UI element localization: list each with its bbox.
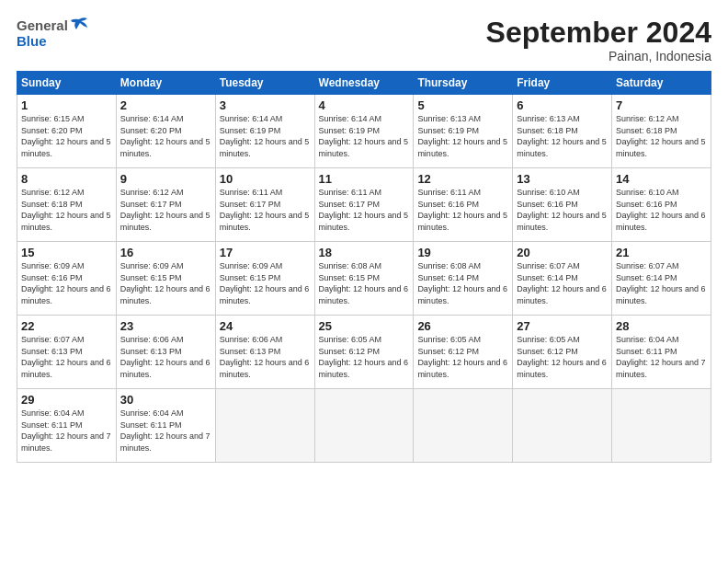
day-number: 6 xyxy=(517,98,608,112)
calendar-cell: 13 Sunrise: 6:10 AM Sunset: 6:16 PM Dayl… xyxy=(513,168,612,242)
day-number: 16 xyxy=(120,246,211,259)
day-info: Sunrise: 6:13 AM Sunset: 6:18 PM Dayligh… xyxy=(517,113,608,159)
day-info: Sunrise: 6:13 AM Sunset: 6:19 PM Dayligh… xyxy=(417,113,508,159)
logo: General Blue xyxy=(17,17,89,50)
calendar-cell xyxy=(414,389,513,463)
header: General Blue September 2024 Painan, Indo… xyxy=(17,17,711,63)
day-info: Sunrise: 6:04 AM Sunset: 6:11 PM Dayligh… xyxy=(616,334,707,380)
calendar-cell: 23 Sunrise: 6:06 AM Sunset: 6:13 PM Dayl… xyxy=(116,316,215,389)
day-info: Sunrise: 6:09 AM Sunset: 6:16 PM Dayligh… xyxy=(21,260,112,306)
day-number: 11 xyxy=(319,172,410,186)
day-info: Sunrise: 6:09 AM Sunset: 6:15 PM Dayligh… xyxy=(220,260,311,306)
day-info: Sunrise: 6:12 AM Sunset: 6:17 PM Dayligh… xyxy=(120,187,211,233)
calendar-cell: 29 Sunrise: 6:04 AM Sunset: 6:11 PM Dayl… xyxy=(17,389,117,463)
calendar-cell: 11 Sunrise: 6:11 AM Sunset: 6:17 PM Dayl… xyxy=(314,168,414,242)
day-info: Sunrise: 6:07 AM Sunset: 6:13 PM Dayligh… xyxy=(21,334,112,380)
day-info: Sunrise: 6:12 AM Sunset: 6:18 PM Dayligh… xyxy=(616,113,707,159)
logo-blue-text: Blue xyxy=(17,33,47,49)
calendar-cell: 17 Sunrise: 6:09 AM Sunset: 6:15 PM Dayl… xyxy=(215,242,314,316)
calendar-cell: 18 Sunrise: 6:08 AM Sunset: 6:15 PM Dayl… xyxy=(314,242,414,316)
day-info: Sunrise: 6:10 AM Sunset: 6:16 PM Dayligh… xyxy=(616,187,707,233)
day-info: Sunrise: 6:04 AM Sunset: 6:11 PM Dayligh… xyxy=(21,408,112,454)
weekday-header-row: Sunday Monday Tuesday Wednesday Thursday… xyxy=(17,72,711,95)
day-number: 20 xyxy=(517,246,608,259)
calendar-cell: 27 Sunrise: 6:05 AM Sunset: 6:12 PM Dayl… xyxy=(513,316,612,389)
day-number: 15 xyxy=(21,246,112,259)
header-wednesday: Wednesday xyxy=(314,72,414,95)
day-number: 27 xyxy=(517,319,608,333)
day-number: 19 xyxy=(417,246,508,259)
day-info: Sunrise: 6:05 AM Sunset: 6:12 PM Dayligh… xyxy=(417,334,508,380)
day-number: 22 xyxy=(21,319,112,333)
calendar: Sunday Monday Tuesday Wednesday Thursday… xyxy=(17,71,711,463)
day-number: 14 xyxy=(616,172,707,186)
calendar-cell xyxy=(314,389,414,463)
calendar-week-row: 1 Sunrise: 6:15 AM Sunset: 6:20 PM Dayli… xyxy=(17,95,711,168)
logo-general-text: General xyxy=(17,17,68,33)
header-sunday: Sunday xyxy=(17,72,117,95)
day-number: 30 xyxy=(120,393,211,407)
calendar-cell: 25 Sunrise: 6:05 AM Sunset: 6:12 PM Dayl… xyxy=(314,316,414,389)
calendar-cell: 30 Sunrise: 6:04 AM Sunset: 6:11 PM Dayl… xyxy=(116,389,215,463)
calendar-cell: 1 Sunrise: 6:15 AM Sunset: 6:20 PM Dayli… xyxy=(17,95,117,168)
calendar-cell: 9 Sunrise: 6:12 AM Sunset: 6:17 PM Dayli… xyxy=(116,168,215,242)
day-number: 23 xyxy=(120,319,211,333)
logo-bird-icon xyxy=(69,17,89,33)
day-number: 25 xyxy=(319,319,410,333)
page: General Blue September 2024 Painan, Indo… xyxy=(0,0,728,563)
day-number: 8 xyxy=(21,172,112,186)
calendar-cell: 16 Sunrise: 6:09 AM Sunset: 6:15 PM Dayl… xyxy=(116,242,215,316)
day-number: 5 xyxy=(417,98,508,112)
day-info: Sunrise: 6:08 AM Sunset: 6:15 PM Dayligh… xyxy=(319,260,410,306)
calendar-cell: 2 Sunrise: 6:14 AM Sunset: 6:20 PM Dayli… xyxy=(116,95,215,168)
calendar-cell: 15 Sunrise: 6:09 AM Sunset: 6:16 PM Dayl… xyxy=(17,242,117,316)
day-number: 13 xyxy=(517,172,608,186)
location: Painan, Indonesia xyxy=(486,49,711,63)
day-number: 1 xyxy=(21,98,112,112)
day-info: Sunrise: 6:12 AM Sunset: 6:18 PM Dayligh… xyxy=(21,187,112,233)
day-number: 3 xyxy=(220,98,311,112)
day-number: 21 xyxy=(616,246,707,259)
header-saturday: Saturday xyxy=(612,72,711,95)
day-info: Sunrise: 6:14 AM Sunset: 6:19 PM Dayligh… xyxy=(319,113,410,159)
calendar-cell: 24 Sunrise: 6:06 AM Sunset: 6:13 PM Dayl… xyxy=(215,316,314,389)
calendar-cell: 19 Sunrise: 6:08 AM Sunset: 6:14 PM Dayl… xyxy=(414,242,513,316)
calendar-cell xyxy=(513,389,612,463)
title-area: September 2024 Painan, Indonesia xyxy=(486,17,711,63)
day-number: 10 xyxy=(220,172,311,186)
day-info: Sunrise: 6:10 AM Sunset: 6:16 PM Dayligh… xyxy=(517,187,608,233)
calendar-cell: 5 Sunrise: 6:13 AM Sunset: 6:19 PM Dayli… xyxy=(414,95,513,168)
calendar-week-row: 29 Sunrise: 6:04 AM Sunset: 6:11 PM Dayl… xyxy=(17,389,711,463)
day-info: Sunrise: 6:11 AM Sunset: 6:16 PM Dayligh… xyxy=(417,187,508,233)
day-info: Sunrise: 6:06 AM Sunset: 6:13 PM Dayligh… xyxy=(120,334,211,380)
header-friday: Friday xyxy=(513,72,612,95)
day-number: 12 xyxy=(417,172,508,186)
day-info: Sunrise: 6:05 AM Sunset: 6:12 PM Dayligh… xyxy=(319,334,410,380)
calendar-week-row: 22 Sunrise: 6:07 AM Sunset: 6:13 PM Dayl… xyxy=(17,316,711,389)
calendar-week-row: 15 Sunrise: 6:09 AM Sunset: 6:16 PM Dayl… xyxy=(17,242,711,316)
calendar-week-row: 8 Sunrise: 6:12 AM Sunset: 6:18 PM Dayli… xyxy=(17,168,711,242)
calendar-cell: 22 Sunrise: 6:07 AM Sunset: 6:13 PM Dayl… xyxy=(17,316,117,389)
day-info: Sunrise: 6:14 AM Sunset: 6:20 PM Dayligh… xyxy=(120,113,211,159)
calendar-cell: 26 Sunrise: 6:05 AM Sunset: 6:12 PM Dayl… xyxy=(414,316,513,389)
day-info: Sunrise: 6:15 AM Sunset: 6:20 PM Dayligh… xyxy=(21,113,112,159)
day-number: 24 xyxy=(220,319,311,333)
day-number: 28 xyxy=(616,319,707,333)
calendar-cell: 8 Sunrise: 6:12 AM Sunset: 6:18 PM Dayli… xyxy=(17,168,117,242)
day-info: Sunrise: 6:08 AM Sunset: 6:14 PM Dayligh… xyxy=(417,260,508,306)
day-info: Sunrise: 6:14 AM Sunset: 6:19 PM Dayligh… xyxy=(220,113,311,159)
day-info: Sunrise: 6:04 AM Sunset: 6:11 PM Dayligh… xyxy=(120,408,211,454)
calendar-cell: 12 Sunrise: 6:11 AM Sunset: 6:16 PM Dayl… xyxy=(414,168,513,242)
day-info: Sunrise: 6:11 AM Sunset: 6:17 PM Dayligh… xyxy=(319,187,410,233)
calendar-cell: 7 Sunrise: 6:12 AM Sunset: 6:18 PM Dayli… xyxy=(612,95,711,168)
header-thursday: Thursday xyxy=(414,72,513,95)
day-number: 4 xyxy=(319,98,410,112)
calendar-cell: 6 Sunrise: 6:13 AM Sunset: 6:18 PM Dayli… xyxy=(513,95,612,168)
day-number: 7 xyxy=(616,98,707,112)
day-info: Sunrise: 6:09 AM Sunset: 6:15 PM Dayligh… xyxy=(120,260,211,306)
day-info: Sunrise: 6:06 AM Sunset: 6:13 PM Dayligh… xyxy=(220,334,311,380)
calendar-cell xyxy=(612,389,711,463)
day-number: 29 xyxy=(21,393,112,407)
month-title: September 2024 xyxy=(486,17,711,49)
day-info: Sunrise: 6:07 AM Sunset: 6:14 PM Dayligh… xyxy=(517,260,608,306)
